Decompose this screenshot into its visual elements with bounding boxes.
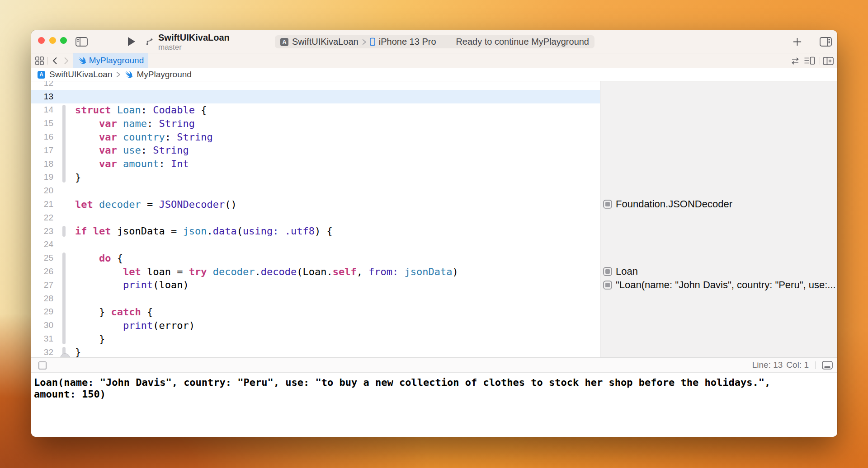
token: ( <box>237 225 243 237</box>
swap-related-items-button[interactable] <box>790 57 800 65</box>
code-line-20[interactable]: 20 <box>31 184 600 197</box>
run-button[interactable] <box>127 37 136 47</box>
close-window-button[interactable] <box>38 37 45 44</box>
editor-options-button[interactable] <box>804 56 815 65</box>
result-toggle-icon[interactable] <box>603 200 612 209</box>
code-line-25[interactable]: 25 do { <box>31 251 600 265</box>
code-text: var use: String <box>75 145 189 156</box>
token: String <box>153 145 189 156</box>
code-line-15[interactable]: 15 var name: String <box>31 117 600 130</box>
token: Loan <box>302 266 326 277</box>
token: Int <box>171 158 189 169</box>
line-number[interactable]: 19 <box>31 172 53 182</box>
token <box>117 158 123 169</box>
code-line-32[interactable]: 32} <box>31 346 600 357</box>
tab-overview-grid-button[interactable] <box>35 56 44 65</box>
result-toggle-icon[interactable] <box>603 281 612 290</box>
token <box>117 118 123 129</box>
line-number[interactable]: 30 <box>31 320 53 330</box>
editor-layout-button[interactable] <box>820 37 832 47</box>
code-line-12[interactable]: 12 <box>31 81 600 90</box>
code-text: } <box>75 333 105 345</box>
line-number[interactable]: 20 <box>31 186 53 196</box>
result-text: Foundation.JSONDecoder <box>616 198 732 210</box>
code-line-19[interactable]: 19} <box>31 171 600 184</box>
code-line-28[interactable]: 28 <box>31 292 600 305</box>
line-number[interactable]: 16 <box>31 132 53 142</box>
tab-myplayground[interactable]: MyPlayground <box>73 53 148 68</box>
line-number[interactable]: 12 <box>31 81 53 88</box>
line-number[interactable]: 23 <box>31 226 53 236</box>
scheme-project[interactable]: SwiftUIKivaLoan <box>292 37 359 47</box>
code-text: let decoder = JSONDecoder() <box>75 199 237 210</box>
code-line-17[interactable]: 17 var use: String <box>31 144 600 157</box>
token: var <box>99 118 117 129</box>
code-line-22[interactable]: 22 <box>31 211 600 225</box>
line-number[interactable]: 28 <box>31 294 53 304</box>
line-number[interactable]: 17 <box>31 145 53 155</box>
line-number[interactable]: 15 <box>31 118 53 128</box>
go-forward-button[interactable] <box>64 57 69 65</box>
token: loan <box>159 279 183 290</box>
code-line-14[interactable]: 14struct Loan: Codable { <box>31 103 600 117</box>
line-number[interactable]: 32 <box>31 347 53 357</box>
line-number[interactable]: 18 <box>31 159 53 169</box>
token <box>141 266 147 277</box>
code-line-18[interactable]: 18 var amount: Int <box>31 157 600 171</box>
minimize-window-button[interactable] <box>49 37 56 44</box>
token <box>75 279 123 290</box>
code-text: var country: String <box>75 131 213 143</box>
toggle-console-button[interactable] <box>822 361 833 370</box>
go-back-button[interactable] <box>52 57 57 65</box>
library-add-button[interactable] <box>793 37 802 47</box>
line-number[interactable]: 31 <box>31 334 53 344</box>
console-filter-square-icon[interactable] <box>38 361 47 370</box>
add-editor-button[interactable] <box>823 57 834 65</box>
scheme-selector[interactable]: A SwiftUIKivaLoan iPhone 13 Pro Ready to… <box>275 35 594 48</box>
line-number[interactable]: 29 <box>31 307 53 317</box>
line-number[interactable]: 21 <box>31 199 53 209</box>
token: : <box>165 131 177 143</box>
token <box>75 118 99 129</box>
code-editor[interactable]: 121314struct Loan: Codable {15 var name:… <box>31 81 600 357</box>
code-line-24[interactable]: 24 <box>31 238 600 252</box>
toggle-navigator-sidebar-button[interactable] <box>75 37 88 47</box>
xcode-window: SwiftUIKivaLoan master A SwiftUIKivaLoan… <box>31 30 837 437</box>
breadcrumb-project[interactable]: SwiftUIKivaLoan <box>49 70 112 80</box>
result-toggle-icon[interactable] <box>603 267 612 276</box>
line-number[interactable]: 27 <box>31 280 53 290</box>
breadcrumb-file[interactable]: MyPlayground <box>137 70 191 80</box>
token: data <box>213 225 237 237</box>
code-line-16[interactable]: 16 var country: String <box>31 130 600 144</box>
zoom-window-button[interactable] <box>60 37 67 44</box>
change-bar <box>62 226 66 237</box>
line-number[interactable]: 25 <box>31 253 53 263</box>
code-line-31[interactable]: 31 } <box>31 332 600 346</box>
scheme-device[interactable]: iPhone 13 Pro <box>379 37 436 47</box>
code-text: } <box>75 346 81 357</box>
token: Loan <box>117 104 141 116</box>
playground-result-row[interactable]: Foundation.JSONDecoder <box>603 197 835 211</box>
playground-result-row[interactable]: Loan <box>603 265 835 278</box>
token <box>111 104 117 116</box>
window-title: SwiftUIKivaLoan <box>158 32 230 43</box>
line-number[interactable]: 22 <box>31 213 53 223</box>
line-number[interactable]: 14 <box>31 105 53 115</box>
code-line-21[interactable]: 21let decoder = JSONDecoder() <box>31 197 600 211</box>
line-number[interactable]: 24 <box>31 239 53 249</box>
token: using: <box>243 225 278 237</box>
code-line-29[interactable]: 29 } catch { <box>31 305 600 319</box>
token: = <box>165 225 183 237</box>
line-number[interactable]: 13 <box>31 92 53 102</box>
playground-result-row[interactable]: "Loan(name: "John Davis", country: "Peru… <box>603 278 835 292</box>
line-number[interactable]: 26 <box>31 267 53 276</box>
code-line-26[interactable]: 26 let loan = try decoder.decode(Loan.se… <box>31 265 600 278</box>
token: } <box>75 172 81 183</box>
token <box>75 145 99 156</box>
code-line-30[interactable]: 30 print(error) <box>31 318 600 332</box>
code-line-13[interactable]: 13 <box>31 90 600 103</box>
code-line-23[interactable]: 23if let jsonData = json.data(using: .ut… <box>31 225 600 238</box>
token: ( <box>297 266 302 277</box>
token: JSONDecoder <box>159 199 225 210</box>
code-line-27[interactable]: 27 print(loan) <box>31 278 600 292</box>
